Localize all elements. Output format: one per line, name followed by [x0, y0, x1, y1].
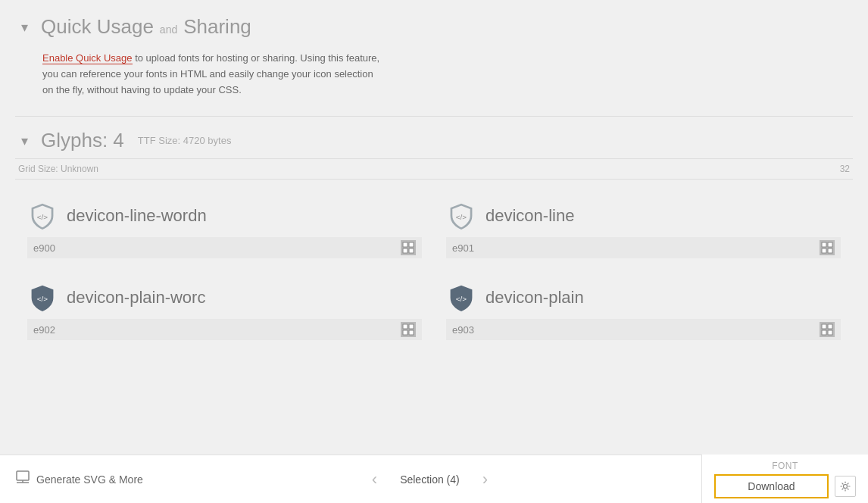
- svg-text:</>: </>: [456, 295, 467, 304]
- download-button[interactable]: Download: [714, 474, 829, 498]
- glyph-name-0: devicon-line-wordn: [67, 206, 207, 226]
- glyph-code-row-2: e902: [27, 319, 422, 340]
- nav-prev-button[interactable]: ‹: [364, 470, 385, 489]
- svg-text:</>: </>: [37, 214, 48, 222]
- glyph-name-3: devicon-plain: [486, 288, 584, 308]
- glyph-code-1: e901: [452, 242, 474, 254]
- devicon-line-icon: </>: [448, 202, 475, 230]
- glyph-name-row-2: </> devicon-plain-worc: [27, 283, 422, 313]
- svg-rect-18: [822, 330, 826, 335]
- glyph-icon-3: </>: [446, 283, 476, 313]
- glyphs-title: Glyphs: 4: [41, 129, 124, 152]
- quick-usage-description: Enable Quick Usage to upload fonts for h…: [42, 51, 853, 98]
- font-download-row: Download: [714, 474, 856, 498]
- glyph-code-row-1: e901: [446, 237, 841, 258]
- svg-rect-13: [403, 330, 407, 335]
- glyph-icon-1: </>: [446, 201, 476, 231]
- description-text-2: you can reference your fonts in HTML and…: [42, 68, 373, 80]
- glyph-code-row-0: e900: [27, 237, 422, 258]
- glyph-grid-icon-1: [820, 240, 835, 255]
- glyph-name-row-3: </> devicon-plain: [446, 283, 841, 313]
- grid-size-value: 32: [840, 164, 850, 174]
- devicon-plain-worc-icon: </>: [29, 284, 56, 311]
- grid-size-label: Grid Size: Unknown: [18, 164, 98, 174]
- glyph-item-3: </> devicon-plain e903: [434, 273, 853, 340]
- nav-next-button[interactable]: ›: [475, 470, 495, 489]
- glyph-name-row-1: </> devicon-line: [446, 201, 841, 231]
- glyph-grid-icon-3: [820, 322, 835, 337]
- selection-section: ‹ Selection (4) ›: [158, 470, 701, 489]
- glyph-grid-icon-0: [401, 240, 416, 255]
- quick-usage-header: ▾ Quick Usage and Sharing: [15, 15, 853, 39]
- svg-rect-6: [822, 242, 826, 247]
- svg-rect-9: [828, 248, 832, 253]
- main-content: ▾ Quick Usage and Sharing Enable Quick U…: [0, 0, 868, 455]
- glyph-code-2: e902: [33, 324, 55, 336]
- bottom-bar: Generate SVG & More ‹ Selection (4) › Fo…: [0, 455, 868, 503]
- glyph-grid-icon-2: [401, 322, 416, 337]
- ttf-size: TTF Size: 4720 bytes: [138, 135, 232, 146]
- quick-usage-sharing: Sharing: [183, 15, 251, 39]
- quick-usage-and: and: [160, 23, 177, 36]
- glyph-code-3: e903: [452, 324, 474, 336]
- glyph-name-1: devicon-line: [486, 206, 574, 226]
- svg-rect-11: [403, 324, 407, 329]
- devicon-line-wordn-icon: </>: [29, 202, 56, 230]
- glyph-item-1: </> devicon-line e901: [434, 192, 853, 258]
- glyph-code-row-3: e903: [446, 319, 841, 340]
- glyph-icon-0: </>: [27, 201, 58, 231]
- svg-rect-14: [409, 330, 414, 335]
- glyph-grid: </> devicon-line-wordn e900 </>: [15, 192, 853, 340]
- svg-rect-1: [403, 242, 407, 247]
- svg-rect-20: [17, 471, 29, 480]
- svg-text:</>: </>: [456, 214, 467, 222]
- svg-rect-7: [828, 242, 832, 247]
- glyph-name-2: devicon-plain-worc: [67, 288, 205, 308]
- font-label: Font: [772, 461, 798, 471]
- generate-svg-icon: [15, 470, 30, 489]
- glyph-item-2: </> devicon-plain-worc e902: [15, 273, 434, 340]
- svg-rect-17: [828, 324, 832, 329]
- glyphs-header: ▾ Glyphs: 4 TTF Size: 4720 bytes: [15, 116, 853, 152]
- font-settings-button[interactable]: [835, 476, 856, 497]
- quick-usage-title: Quick Usage and Sharing: [41, 15, 251, 39]
- glyphs-chevron[interactable]: ▾: [15, 132, 33, 150]
- glyph-icon-2: </>: [27, 283, 58, 313]
- description-text-3: on the fly, without having to update you…: [42, 84, 242, 95]
- description-text-1: to upload fonts for hosting or sharing. …: [133, 52, 380, 64]
- svg-rect-8: [822, 248, 826, 253]
- glyph-code-0: e900: [33, 242, 55, 254]
- svg-rect-12: [409, 324, 414, 329]
- generate-section[interactable]: Generate SVG & More: [0, 470, 158, 489]
- svg-rect-19: [828, 330, 832, 335]
- svg-rect-16: [822, 324, 826, 329]
- svg-point-23: [844, 484, 848, 488]
- quick-usage-main-title: Quick Usage: [41, 15, 154, 39]
- svg-rect-3: [403, 248, 407, 253]
- devicon-plain-icon: </>: [448, 284, 475, 311]
- svg-text:</>: </>: [37, 295, 48, 304]
- enable-quick-usage-link[interactable]: Enable Quick Usage: [42, 52, 133, 64]
- font-section: Font Download: [701, 455, 868, 504]
- svg-rect-2: [409, 242, 414, 247]
- glyph-item-0: </> devicon-line-wordn e900: [15, 192, 434, 258]
- selection-label: Selection (4): [400, 473, 460, 486]
- generate-label: Generate SVG & More: [36, 473, 143, 486]
- grid-size-bar: Grid Size: Unknown 32: [15, 158, 853, 180]
- svg-rect-4: [409, 248, 414, 253]
- glyph-name-row-0: </> devicon-line-wordn: [27, 201, 422, 231]
- quick-usage-chevron[interactable]: ▾: [15, 18, 33, 36]
